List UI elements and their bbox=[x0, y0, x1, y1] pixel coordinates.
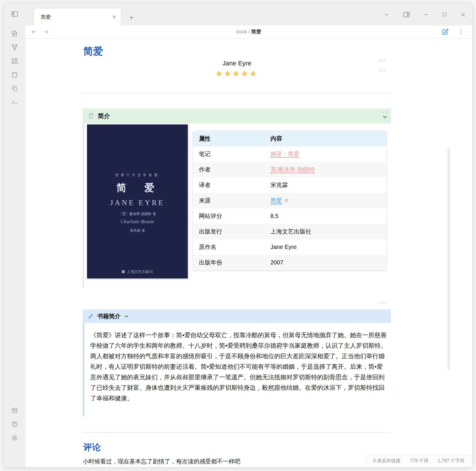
code-block-edit-icon[interactable]: </> bbox=[378, 68, 386, 73]
backlinks-count[interactable]: 0 条反向链接 bbox=[373, 458, 400, 464]
table-row: 来源 简爱 bbox=[193, 193, 386, 208]
help-icon[interactable] bbox=[11, 421, 18, 428]
column-header: 内容 bbox=[265, 131, 386, 146]
new-tab-icon[interactable] bbox=[128, 14, 135, 21]
settings-gear-icon[interactable] bbox=[11, 434, 18, 441]
prop-key: 笔记 bbox=[193, 146, 265, 162]
prop-value: 上海文艺出版社 bbox=[265, 224, 386, 239]
status-bar: 0 条反向链接 779 个词 1,797 个字符 bbox=[366, 455, 472, 467]
prop-key: 原作名 bbox=[193, 239, 265, 255]
book-cover-image: 世界十大文学名著 简 爱 JANE EYRE 〔英〕夏洛蒂·勃朗特 著 Char… bbox=[87, 124, 188, 278]
prop-key: 来源 bbox=[193, 193, 265, 208]
prop-value: Jane Eyre bbox=[265, 239, 386, 255]
internal-link[interactable]: 摘录：简爱 bbox=[270, 151, 300, 157]
note-content: 简爱 Jane Eyre ★★★★★ </> </> bbox=[25, 39, 472, 467]
window-controls bbox=[383, 11, 466, 18]
tab-close-icon[interactable] bbox=[112, 14, 117, 20]
prop-key: 网站评分 bbox=[193, 208, 265, 224]
collapse-chevron-icon[interactable] bbox=[382, 115, 388, 120]
titlebar: 简爱 bbox=[4, 3, 472, 25]
word-count[interactable]: 779 个词 bbox=[410, 458, 428, 464]
column-header: 属性 bbox=[193, 131, 265, 146]
pencil-icon bbox=[88, 313, 94, 319]
properties-table: 属性 内容 笔记 摘录：简爱 bbox=[193, 131, 386, 270]
cover-byline: 〔英〕夏洛蒂·勃朗特 著 bbox=[119, 212, 156, 217]
code-block-edit-icon[interactable]: </> bbox=[380, 301, 387, 305]
prop-key: 出版年份 bbox=[193, 255, 265, 270]
summary-callout: </> 书籍简介 bbox=[83, 309, 391, 416]
tab-title: 简爱 bbox=[41, 14, 112, 20]
right-sidebar-toggle-icon[interactable] bbox=[403, 11, 410, 18]
cover-title-en: JANE EYRE bbox=[110, 199, 165, 207]
prop-key: 译者 bbox=[193, 177, 265, 193]
table-row: 译者 宋兆霖 bbox=[193, 177, 386, 193]
char-count[interactable]: 1,797 个字符 bbox=[438, 458, 465, 464]
maximize-icon[interactable] bbox=[442, 12, 447, 17]
scrollbar-thumb[interactable] bbox=[447, 147, 450, 370]
more-options-icon[interactable] bbox=[458, 29, 464, 35]
canvas-icon[interactable] bbox=[11, 58, 18, 65]
cover-series: 世界十大文学名著 bbox=[115, 173, 160, 178]
cover-title-cn: 简 爱 bbox=[117, 181, 159, 195]
table-row: 出版年份 2007 bbox=[193, 255, 386, 270]
intro-callout-header[interactable]: 简介 bbox=[83, 108, 391, 124]
ribbon bbox=[4, 25, 25, 467]
prop-value: 8.5 bbox=[265, 208, 386, 224]
intro-callout: 简介 </> bbox=[83, 108, 391, 287]
templates-icon[interactable] bbox=[11, 85, 18, 92]
summary-callout-header[interactable]: 书籍简介 bbox=[83, 309, 391, 323]
table-row: 作者 英/夏洛蒂·勃朗特 bbox=[193, 162, 386, 177]
collapse-chevron-icon[interactable] bbox=[124, 314, 129, 319]
summary-callout-title: 书籍简介 bbox=[97, 312, 121, 320]
breadcrumb: book / 简爱 bbox=[25, 28, 472, 35]
calendar-icon[interactable] bbox=[11, 71, 18, 78]
external-link-icon bbox=[284, 198, 289, 204]
code-block-edit-icon[interactable]: </> bbox=[378, 58, 386, 63]
publisher-logo bbox=[122, 270, 125, 273]
edit-note-icon[interactable] bbox=[441, 28, 449, 36]
internal-link[interactable]: 英/夏洛蒂·勃朗特 bbox=[270, 166, 315, 173]
external-link[interactable]: 简爱 bbox=[270, 197, 282, 204]
minimize-icon[interactable] bbox=[423, 12, 429, 18]
app-window: 简爱 bbox=[4, 3, 472, 467]
divider bbox=[83, 93, 391, 93]
view-header: book / 简爱 bbox=[25, 25, 472, 39]
cover-publisher: 上海文艺出版社 bbox=[87, 269, 188, 274]
prop-key: 作者 bbox=[193, 162, 265, 177]
prop-value: 2007 bbox=[265, 255, 386, 270]
search-in-file-icon[interactable] bbox=[11, 30, 18, 37]
summary-text: 《简爱》讲述了这样一个故事：简•爱自幼父母双亡，投靠冷酷的舅母，但舅母无情地抛弃… bbox=[83, 323, 391, 416]
table-row: 原作名 Jane Eyre bbox=[193, 239, 386, 255]
tab-list-chevron-icon[interactable] bbox=[383, 11, 390, 18]
comment-text: 小时候看过，现在基本忘了剧情了，每次读的感受都不一样吧 bbox=[83, 458, 391, 465]
table-header-row: 属性 内容 bbox=[193, 131, 386, 146]
table-row: 出版发行 上海文艺出版社 bbox=[193, 224, 386, 239]
prop-key: 出版发行 bbox=[193, 224, 265, 239]
main-pane: book / 简爱 bbox=[25, 25, 472, 467]
comments-heading: 评论 bbox=[83, 441, 391, 453]
breadcrumb-current[interactable]: 简爱 bbox=[251, 29, 261, 34]
note-subtitle: Jane Eyre bbox=[83, 59, 391, 68]
intro-callout-title: 简介 bbox=[98, 112, 110, 120]
graph-view-icon[interactable] bbox=[11, 44, 18, 51]
table-row: 网站评分 8.5 bbox=[193, 208, 386, 224]
terminal-icon[interactable] bbox=[11, 99, 18, 106]
code-block-edit-icon[interactable]: </> bbox=[381, 110, 388, 114]
rating-stars: ★★★★★ bbox=[83, 69, 391, 78]
page-title: 简爱 bbox=[83, 45, 391, 57]
divider bbox=[83, 432, 391, 433]
breadcrumb-parent[interactable]: book bbox=[236, 29, 247, 34]
left-sidebar-toggle-icon[interactable] bbox=[11, 10, 18, 18]
cover-translator: 宋兆霖 译 bbox=[130, 228, 145, 233]
breadcrumb-separator: / bbox=[249, 29, 250, 34]
notepad-icon bbox=[88, 113, 94, 119]
tab-jane-eyre[interactable]: 简爱 bbox=[34, 8, 121, 25]
vault-icon[interactable] bbox=[11, 407, 18, 414]
table-row: 笔记 摘录：简爱 bbox=[193, 146, 386, 162]
cover-author-en: Charlotte Bronte bbox=[121, 219, 154, 225]
intro-callout-body: 世界十大文学名著 简 爱 JANE EYRE 〔英〕夏洛蒂·勃朗特 著 Char… bbox=[83, 124, 391, 287]
close-window-icon[interactable] bbox=[460, 12, 466, 18]
prop-value: 宋兆霖 bbox=[265, 177, 386, 193]
